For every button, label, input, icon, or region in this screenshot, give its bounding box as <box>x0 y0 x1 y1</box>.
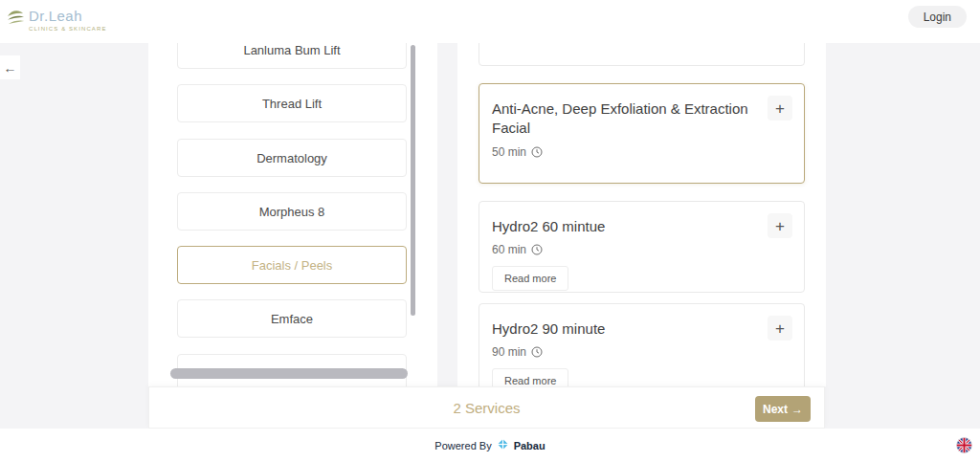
clinic-logo-text: Dr.Leah CLINICS & SKINCARE <box>29 9 106 32</box>
add-service-button[interactable]: + <box>768 96 792 121</box>
sidebar-item-dermatology[interactable]: Dermatology <box>177 139 407 177</box>
clock-icon <box>531 346 543 358</box>
service-card-anti-acne[interactable]: Anti-Acne, Deep Exfoliation & Extraction… <box>479 83 805 184</box>
sidebar-horizontal-scrollbar[interactable] <box>170 368 408 379</box>
clinic-logo: Dr.Leah CLINICS & SKINCARE <box>6 7 106 32</box>
services-count: 2 Services <box>453 400 520 416</box>
service-title: Hydro2 90 minute <box>492 319 752 339</box>
service-title: Anti-Acne, Deep Exfoliation & Extraction… <box>492 99 752 139</box>
powered-by-label: Powered By <box>434 440 491 451</box>
header: Dr.Leah CLINICS & SKINCARE Login <box>0 0 980 43</box>
footer: Powered By Pabau <box>0 429 980 462</box>
sidebar-item-lanluma-bum-lift[interactable]: Lanluma Bum Lift <box>177 43 407 69</box>
language-uk-flag-icon[interactable] <box>956 437 972 453</box>
clock-icon <box>531 244 543 255</box>
service-card-partial[interactable] <box>479 43 805 66</box>
read-more-button[interactable]: Read more <box>492 368 568 386</box>
back-arrow-icon: ← <box>4 60 17 76</box>
clock-icon <box>531 146 543 158</box>
sidebar-item-facials-peels[interactable]: Facials / Peels <box>177 246 407 284</box>
summary-bar: 2 Services Next → <box>148 386 825 429</box>
sidebar-item-morpheus-8[interactable]: Morpheus 8 <box>177 192 407 231</box>
read-more-button[interactable]: Read more <box>492 266 568 291</box>
sidebar-item-thread-lift[interactable]: Thread Lift <box>177 84 407 122</box>
pabau-logo-icon <box>497 437 509 454</box>
arrow-right-icon: → <box>791 403 803 416</box>
pabau-brand-label: Pabau <box>514 440 546 451</box>
category-sidebar: Lanluma Bum Lift Thread Lift Dermatology… <box>148 43 437 386</box>
next-button[interactable]: Next → <box>755 396 811 422</box>
clinic-tagline: CLINICS & SKINCARE <box>29 26 106 32</box>
service-duration: 90 min <box>492 345 791 359</box>
service-duration: 60 min <box>492 243 791 256</box>
service-card-hydro2-90[interactable]: Hydro2 90 minute 90 min Read more + <box>479 303 805 386</box>
login-button[interactable]: Login <box>908 6 967 28</box>
service-duration: 50 min <box>492 145 791 159</box>
service-title: Hydro2 60 mintue <box>492 217 752 236</box>
sidebar-vertical-scrollbar[interactable] <box>411 45 415 316</box>
leaf-logo-icon <box>6 7 25 32</box>
service-card-hydro2-60[interactable]: Hydro2 60 mintue 60 min Read more + <box>479 201 805 293</box>
add-service-button[interactable]: + <box>768 213 792 238</box>
back-button[interactable]: ← <box>0 55 20 79</box>
clinic-name: Dr.Leah <box>29 9 106 23</box>
services-list: Anti-Acne, Deep Exfoliation & Extraction… <box>457 43 826 386</box>
add-service-button[interactable]: + <box>768 316 792 341</box>
sidebar-item-emface[interactable]: Emface <box>177 299 407 338</box>
booking-page: Dr.Leah CLINICS & SKINCARE Login ← Lanlu… <box>0 0 980 462</box>
